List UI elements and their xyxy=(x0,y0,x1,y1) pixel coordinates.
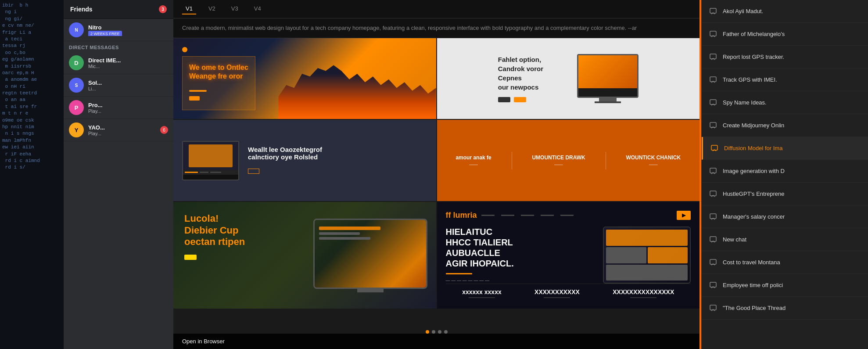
version-tabs: V1 V2 V3 V4 xyxy=(182,4,265,14)
dm-avatar-3: Y xyxy=(69,122,84,137)
cell2-btn-orange[interactable] xyxy=(514,97,526,102)
bottom-stat-2: XXXXXXXXXXXXXXX xyxy=(613,288,674,300)
chat-text-11: Cost to travel Montana xyxy=(723,259,861,266)
chat-icon-8 xyxy=(709,190,717,198)
cell5-button[interactable] xyxy=(184,255,197,260)
stat-item-2: WOUNTICK CHANICK —— xyxy=(626,155,681,167)
version-tab-v2[interactable]: V2 xyxy=(205,4,219,14)
tech-logo: ff lumria xyxy=(446,211,477,220)
open-browser-label: Open in Browser xyxy=(182,338,225,345)
chat-item-2[interactable]: Report lost GPS tracker. xyxy=(702,46,868,68)
chat-item-1[interactable]: Father of Michelangelo's xyxy=(702,23,868,46)
open-browser-bar[interactable]: Open in Browser xyxy=(173,334,699,349)
chat-text-10: New chat xyxy=(723,236,861,243)
bottom-stat-num-0: xxxxxx xxxxx xyxy=(462,288,502,295)
cell5-monitor-stand xyxy=(357,289,384,292)
chat-icon-12 xyxy=(709,281,717,290)
tech-bar-1 xyxy=(606,247,646,263)
image-grid: We ome to OntlecWeange fre oror Fahlet o… xyxy=(173,38,699,309)
cell1-button[interactable] xyxy=(189,96,200,101)
cell2-monitor-screen xyxy=(578,55,637,88)
chat-item-13[interactable]: "The Good Place Thread xyxy=(702,297,868,320)
dm-item-1[interactable]: S Sol... Li... xyxy=(64,74,173,97)
stat-num-0: amour anak fe xyxy=(456,155,491,161)
chat-icon-1 xyxy=(709,30,717,39)
image-display: We ome to OntlecWeange fre oror Fahlet o… xyxy=(173,38,699,349)
chat-text-1: Father of Michelangelo's xyxy=(723,31,861,37)
dm-status-0: Mic... xyxy=(88,64,168,69)
chat-item-4[interactable]: Spy Name Ideas. xyxy=(702,91,868,114)
cell2-buttons xyxy=(498,97,568,102)
cell2-monitor-stand xyxy=(599,98,617,101)
tech-cta-button[interactable]: ▶ xyxy=(677,211,691,220)
chat-icon-7 xyxy=(709,167,717,176)
cell2-title: Fahlet option,Candrok voror Cepnesour ne… xyxy=(498,55,568,92)
chat-item-10[interactable]: New chat xyxy=(702,228,868,251)
chat-text-3: Track GPS with IMEI. xyxy=(723,76,861,83)
bottom-stat-0: xxxxxx xxxxx xyxy=(462,288,502,300)
chat-icon-6 xyxy=(710,144,719,153)
dm-section-header: DIRECT MESSAGES xyxy=(64,41,173,52)
cell2-monitor xyxy=(577,54,638,98)
chat-item-9[interactable]: Manager's salary concer xyxy=(702,205,868,228)
stat-label-2: —— xyxy=(626,162,681,167)
code-text: ibir b h ng i ng gi/ e cv nm ne/ frigr L… xyxy=(2,2,61,171)
dm-name-2: Pro... xyxy=(88,102,168,108)
stat-label-0: —— xyxy=(456,162,491,167)
chat-item-6[interactable]: Diffusion Model for Ima xyxy=(702,137,868,160)
chat-item-8[interactable]: HustleGPT's Entreprene xyxy=(702,183,868,205)
top-bar: V1 V2 V3 V4 xyxy=(173,0,699,18)
chat-item-11[interactable]: Cost to travel Montana xyxy=(702,251,868,274)
scroll-dot-2 xyxy=(438,330,441,334)
version-tab-v4[interactable]: V4 xyxy=(251,4,265,14)
chat-item-3[interactable]: Track GPS with IMEI. xyxy=(702,68,868,91)
grid-cell-3: Weallt lee Oaozektegrofcalnctiory oye Ro… xyxy=(173,120,436,201)
dm-avatar-0: D xyxy=(69,55,84,70)
terminal-panel: ibir b h ng i ng gi/ e cv nm ne/ frigr L… xyxy=(0,0,64,349)
stat-bar-0 xyxy=(469,297,495,298)
cell2-monitor-container xyxy=(577,54,638,103)
stat-divider-0 xyxy=(512,152,512,169)
stat-label-1: —— xyxy=(532,162,585,167)
dm-badge-3: 6 xyxy=(160,126,168,134)
version-tab-v3[interactable]: V3 xyxy=(228,4,242,14)
cell1-title: We ome to OntlecWeange fre oror xyxy=(189,63,248,82)
dm-info-1: Sol... Li... xyxy=(88,79,168,91)
friends-label: Friends xyxy=(70,6,93,13)
nitro-status: 2 WEEKS FREE xyxy=(88,31,168,36)
chat-text-6: Diffusion Model for Ima xyxy=(724,145,861,151)
tech-nav-item-0 xyxy=(481,215,495,216)
scroll-dot-0 xyxy=(426,330,429,334)
dm-item-0[interactable]: D Direct IME... Mic... xyxy=(64,52,173,74)
dm-name-1: Sol... xyxy=(88,79,168,86)
tech-nav-item-1 xyxy=(501,215,514,216)
chat-item-12[interactable]: Employee time off polici xyxy=(702,274,868,297)
chat-item-0[interactable]: Akol Ayii Madut. xyxy=(702,0,868,23)
cell5-monitor-container xyxy=(313,219,427,292)
cell3-monitor-screen xyxy=(183,142,238,170)
bottom-stat-num-2: XXXXXXXXXXXXXXX xyxy=(613,288,674,295)
cell2-btn-dark[interactable] xyxy=(498,97,510,102)
dm-status-3: Play... xyxy=(88,131,156,136)
nitro-item[interactable]: N Nitro 2 WEEKS FREE xyxy=(64,19,173,41)
chat-item-7[interactable]: Image generation with D xyxy=(702,160,868,183)
chat-icon-2 xyxy=(709,53,717,61)
scroll-dot-3 xyxy=(444,330,448,334)
stat-num-1: UMOUNTICE DRAWK xyxy=(532,155,585,161)
grid-cell-1: We ome to OntlecWeange fre oror xyxy=(173,38,436,119)
scroll-dots xyxy=(426,330,448,334)
dm-item-2[interactable]: P Pro... Play... xyxy=(64,97,173,119)
tech-nav-item-2 xyxy=(521,215,534,216)
dm-item-3[interactable]: Y YAO... Play... 6 xyxy=(64,119,173,141)
chat-text-2: Report lost GPS tracker. xyxy=(723,54,861,60)
stat-num-2: WOUNTICK CHANICK xyxy=(626,155,681,161)
chat-text-9: Manager's salary concer xyxy=(723,213,861,220)
city-background xyxy=(278,62,436,119)
chat-item-5[interactable]: Create Midjourney Onlin xyxy=(702,114,868,137)
tech-text: HIELAITUCHHCC TIALIERLAUBUACLLEAGIR IHOP… xyxy=(446,227,595,283)
chat-text-5: Create Midjourney Onlin xyxy=(723,122,861,129)
discord-panel: Friends 3 N Nitro 2 WEEKS FREE DIRECT ME… xyxy=(64,0,173,349)
cell3-button[interactable] xyxy=(248,169,259,174)
version-tab-v1[interactable]: V1 xyxy=(182,4,196,14)
dm-info-2: Pro... Play... xyxy=(88,102,168,114)
